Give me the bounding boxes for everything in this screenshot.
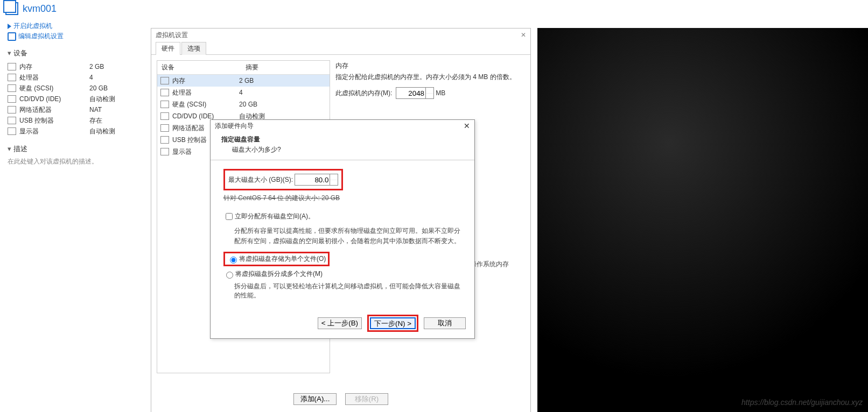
device-icon <box>8 106 16 113</box>
wizard-subheading: 磁盘大小为多少? <box>232 145 464 154</box>
device-value: 自动检测 <box>89 127 115 136</box>
hardware-icon <box>160 77 169 84</box>
allocate-now-checkbox-row[interactable]: 立即分配所有磁盘空间(A)。 <box>223 211 461 222</box>
wizard-cancel-button[interactable]: 取消 <box>424 317 466 329</box>
wizard-next-highlight: 下一步(N) > <box>367 315 418 332</box>
device-row[interactable]: CD/DVD (IDE)自动检测 <box>8 94 143 104</box>
memory-input[interactable] <box>396 87 426 99</box>
tab-hardware[interactable]: 硬件 <box>156 42 180 55</box>
hardware-row[interactable]: 处理器4 <box>157 87 330 98</box>
device-value: 自动检测 <box>89 95 115 104</box>
device-row[interactable]: 网络适配器NAT <box>8 104 143 115</box>
recommended-size: 针对 CentOS 7 64 位 的建议大小: 20 GB <box>223 194 461 203</box>
hardware-row[interactable]: 内存2 GB <box>157 75 330 87</box>
edit-settings-label: 编辑虚拟机设置 <box>18 32 64 41</box>
single-file-radio-highlight: 将虚拟磁盘存储为单个文件(O) <box>223 252 330 266</box>
device-icon <box>8 127 16 135</box>
wizard-title: 添加硬件向导 <box>215 120 254 132</box>
multi-file-radio-row[interactable]: 将虚拟磁盘拆分成多个文件(M) <box>223 269 461 279</box>
hardware-icon <box>160 124 169 132</box>
settings-dialog-title: 虚拟机设置 <box>156 29 188 41</box>
wizard-next-button[interactable]: 下一步(N) > <box>370 317 416 329</box>
memory-panel-title: 内存 <box>335 61 525 70</box>
device-name: USB 控制器 <box>19 116 89 125</box>
device-row[interactable]: USB 控制器存在 <box>8 115 143 126</box>
hardware-icon <box>160 148 169 155</box>
hardware-icon <box>160 136 169 144</box>
power-on-label: 开启此虚拟机 <box>13 22 52 31</box>
device-name: 网络适配器 <box>19 105 89 115</box>
wrench-icon <box>8 32 16 41</box>
single-file-label: 将虚拟磁盘存储为单个文件(O) <box>239 254 326 264</box>
memory-unit: MB <box>436 89 445 97</box>
description-section-header[interactable]: 描述 <box>8 144 143 154</box>
disk-size-row: 最大磁盘大小 (GB)(S): <box>223 169 343 190</box>
device-icon <box>8 74 16 81</box>
wizard-close-icon[interactable]: ✕ <box>464 120 470 132</box>
settings-close-icon[interactable]: ✕ <box>521 29 526 41</box>
disk-size-label: 最大磁盘大小 (GB)(S): <box>228 175 293 184</box>
device-icon <box>8 84 16 92</box>
hardware-name: 网络适配器 <box>172 124 205 133</box>
allocate-now-checkbox[interactable] <box>226 213 233 220</box>
edit-settings-link[interactable]: 编辑虚拟机设置 <box>8 32 143 41</box>
device-name: 硬盘 (SCSI) <box>19 84 89 93</box>
disk-size-spinner[interactable] <box>330 174 338 186</box>
wizard-back-button[interactable]: < 上一步(B) <box>318 317 362 329</box>
watermark: https://blog.csdn.net/guijianchou.xyz <box>741 398 863 407</box>
tab-options[interactable]: 选项 <box>181 42 206 55</box>
wizard-heading: 指定磁盘容量 <box>221 135 464 144</box>
multi-file-explain: 拆分磁盘后，可以更轻松地在计算机之间移动虚拟机，但可能会降低大容量磁盘的性能。 <box>234 282 461 300</box>
device-value: 20 GB <box>89 84 108 92</box>
hardware-icon <box>160 101 169 108</box>
device-row[interactable]: 显示器自动检测 <box>8 126 143 137</box>
single-file-radio[interactable] <box>230 257 237 264</box>
power-on-link[interactable]: 开启此虚拟机 <box>8 22 143 31</box>
device-name: CD/DVD (IDE) <box>19 95 89 103</box>
hardware-icon <box>160 112 169 120</box>
device-icon <box>8 63 16 70</box>
hardware-name: 内存 <box>172 76 185 86</box>
description-placeholder[interactable]: 在此处键入对该虚拟机的描述。 <box>8 157 143 166</box>
multi-file-radio[interactable] <box>226 272 233 279</box>
multi-file-label: 将虚拟磁盘拆分成多个文件(M) <box>235 269 323 279</box>
device-icon <box>8 117 16 124</box>
hardware-summary: 4 <box>236 89 243 96</box>
device-icon <box>8 95 16 103</box>
add-hardware-button[interactable]: 添加(A)... <box>293 393 337 405</box>
vm-icon <box>5 2 18 15</box>
device-value: 存在 <box>89 116 102 125</box>
allocate-now-label: 立即分配所有磁盘空间(A)。 <box>235 212 314 221</box>
memory-panel-text: 指定分配给此虚拟机的内存里。内存大小必须为 4 MB 的倍数。 <box>335 73 525 82</box>
remove-hardware-button[interactable]: 移除(R) <box>345 393 388 405</box>
device-row[interactable]: 内存2 GB <box>8 61 143 72</box>
device-row[interactable]: 硬盘 (SCSI)20 GB <box>8 83 143 94</box>
devices-list: 内存2 GB处理器4硬盘 (SCSI)20 GBCD/DVD (IDE)自动检测… <box>8 61 143 137</box>
hardware-name: 显示器 <box>172 147 192 157</box>
memory-spinner[interactable] <box>426 87 434 99</box>
disk-size-input[interactable] <box>295 174 330 186</box>
add-hardware-wizard: 添加硬件向导 ✕ 指定磁盘容量 磁盘大小为多少? 最大磁盘大小 (GB)(S):… <box>210 119 475 339</box>
hw-col-summary: 摘要 <box>241 61 263 74</box>
hardware-summary: 2 GB <box>236 77 254 84</box>
play-icon <box>8 24 11 29</box>
device-name: 处理器 <box>19 73 89 82</box>
os-memory-note: 操作系统内存 <box>470 260 509 269</box>
devices-section-header[interactable]: 设备 <box>8 48 143 58</box>
device-row[interactable]: 处理器4 <box>8 72 143 83</box>
allocate-now-explain: 分配所有容量可以提高性能，但要求所有物理磁盘空间立即可用。如果不立即分配所有空间… <box>234 226 461 246</box>
single-file-radio-row[interactable]: 将虚拟磁盘存储为单个文件(O) <box>227 254 326 264</box>
hardware-name: 硬盘 (SCSI) <box>172 100 206 109</box>
vm-tab-header: kvm001 <box>0 0 868 17</box>
hardware-row[interactable]: 硬盘 (SCSI)20 GB <box>157 98 330 110</box>
hardware-icon <box>160 89 169 96</box>
device-value: 4 <box>89 74 93 81</box>
vm-console-preview: https://blog.csdn.net/guijianchou.xyz <box>537 28 868 412</box>
hardware-name: 处理器 <box>172 88 192 97</box>
vm-name: kvm001 <box>23 3 57 15</box>
vm-summary-sidebar: 开启此虚拟机 编辑虚拟机设置 设备 内存2 GB处理器4硬盘 (SCSI)20 … <box>0 16 151 171</box>
hardware-name: CD/DVD (IDE) <box>172 112 214 120</box>
device-name: 显示器 <box>19 127 89 136</box>
device-value: 2 GB <box>89 63 104 70</box>
hardware-summary: 20 GB <box>236 101 257 108</box>
